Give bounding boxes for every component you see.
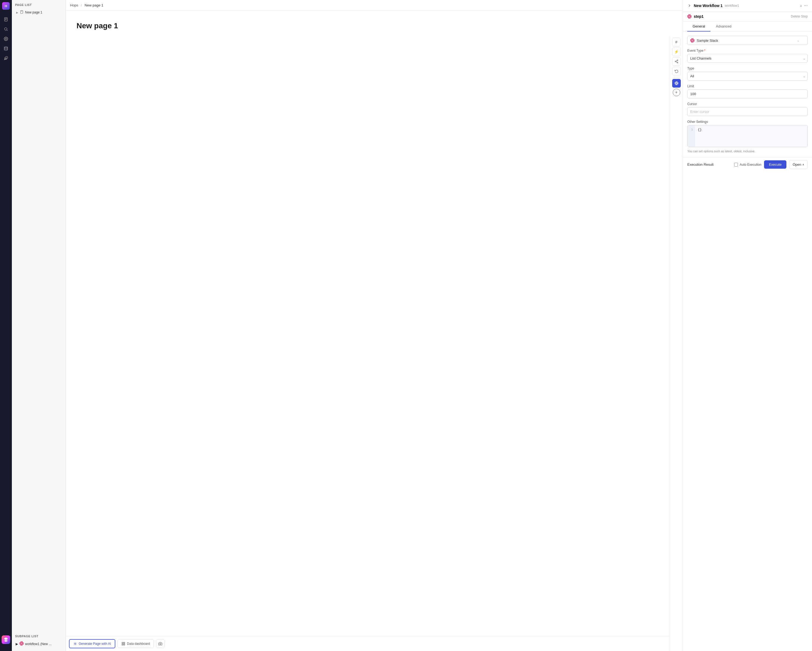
right-panel-header: New Workflow 1 workflow1 » ···	[683, 0, 812, 12]
connection-value: Sample Slack	[697, 38, 795, 43]
page-title[interactable]: New page 1	[76, 21, 672, 30]
svg-rect-18	[122, 642, 123, 643]
data-dashboard-label: Data dashboard	[127, 642, 150, 646]
event-type-select-wrapper: List Channels List Messages Send Message…	[687, 54, 808, 63]
panel-actions: » ···	[800, 3, 808, 8]
sidebar: H	[0, 0, 12, 651]
document-nav-icon[interactable]	[2, 15, 10, 24]
expand-panel-button[interactable]: »	[800, 4, 802, 8]
cursor-group: Cursor	[687, 102, 808, 116]
step-header: step1 Delete Step	[683, 12, 812, 21]
cursor-label: Cursor	[687, 102, 808, 106]
limit-group: Limit	[687, 84, 808, 98]
breadcrumb-separator: /	[81, 3, 82, 7]
right-panel: New Workflow 1 workflow1 » ··· step1 Del…	[683, 0, 812, 651]
page-title-area: New page 1	[66, 11, 683, 35]
generate-page-button[interactable]: Generate Page with AI	[69, 639, 115, 648]
subpage-list-header: Subpage list	[14, 634, 63, 640]
tab-bar: General Advanced	[683, 21, 812, 32]
lightning-icon[interactable]: ⚡	[672, 47, 681, 56]
required-star: *	[704, 49, 705, 52]
workflow-name: New Workflow 1	[694, 3, 723, 8]
page-list-header: Page list	[12, 0, 66, 9]
right-toolbar: # ⚡ +	[670, 35, 683, 651]
other-settings-label: Other Settings	[687, 120, 808, 124]
add-widget-button[interactable]: +	[673, 89, 680, 96]
svg-point-4	[5, 28, 7, 30]
svg-point-22	[160, 643, 161, 645]
step-title: step1	[687, 14, 704, 18]
limit-label: Limit	[687, 84, 808, 88]
svg-rect-19	[124, 642, 125, 643]
svg-point-17	[75, 643, 76, 644]
settings-nav-icon[interactable]	[2, 35, 10, 43]
other-settings-group: Other Settings 1 {} You can set options …	[687, 120, 808, 153]
event-type-group: Event Type * List Channels List Messages…	[687, 49, 808, 63]
svg-rect-20	[122, 644, 123, 645]
execution-actions: Auto Execution Execute Open ∧	[734, 160, 808, 169]
workflow-icon	[687, 3, 691, 8]
database-nav-icon[interactable]	[2, 44, 10, 53]
svg-point-13	[675, 61, 676, 62]
code-editor[interactable]: 1 {}	[687, 125, 808, 147]
subpage-list: Subpage list ▶ workflow1 (New ...	[12, 630, 66, 651]
camera-icon[interactable]	[156, 639, 165, 648]
page-list-panel: Page list ▶ New page 1 Subpage list ▶ wo…	[12, 0, 66, 651]
share-icon[interactable]	[672, 57, 681, 66]
avatar[interactable]: H	[2, 2, 10, 10]
canvas-area[interactable]: # ⚡ +	[66, 35, 683, 651]
subpage-item[interactable]: ▶ workflow1 (New ...	[14, 640, 63, 648]
code-content[interactable]: {}	[695, 125, 807, 147]
open-chevron-icon: ∧	[802, 163, 804, 166]
auto-execution-label: Auto Execution	[740, 163, 762, 167]
plugin-nav-icon[interactable]	[2, 54, 10, 63]
svg-point-14	[677, 62, 678, 63]
step-name: step1	[694, 14, 704, 18]
execute-button[interactable]: Execute	[764, 160, 786, 169]
subpage-slack-icon	[20, 641, 24, 646]
main-content-area: Hops / New page 1 New page 1 # ⚡ +	[66, 0, 683, 651]
tab-general[interactable]: General	[687, 21, 710, 32]
workflow-title: New Workflow 1 workflow1	[687, 3, 739, 8]
connection-slack-icon	[690, 38, 694, 43]
page-list-item[interactable]: ▶ New page 1	[14, 9, 64, 16]
breadcrumb-parent[interactable]: Hops	[70, 3, 78, 7]
type-select-wrapper: All Public Private ⌄	[687, 72, 808, 81]
cursor-input[interactable]	[687, 107, 808, 116]
data-dashboard-button[interactable]: Data dashboard	[118, 639, 154, 648]
svg-rect-21	[124, 644, 125, 645]
type-label: Type	[687, 67, 808, 70]
svg-rect-10	[20, 11, 23, 14]
more-options-button[interactable]: ···	[804, 3, 808, 8]
search-nav-icon[interactable]	[2, 25, 10, 34]
svg-point-6	[5, 38, 6, 39]
tab-advanced[interactable]: Advanced	[710, 21, 737, 32]
page-list-item-label: New page 1	[25, 11, 42, 14]
svg-point-7	[4, 47, 8, 48]
hint-text: You can set options such as latest, olde…	[687, 150, 808, 153]
history-icon[interactable]	[672, 67, 681, 75]
event-type-select[interactable]: List Channels List Messages Send Message	[687, 54, 808, 63]
panel-body: Sample Slack ⌄ Event Type * List Channel…	[683, 32, 812, 157]
execution-result-label: Execution Result	[687, 162, 714, 167]
app-logo	[2, 636, 10, 644]
svg-point-12	[677, 60, 678, 61]
svg-line-16	[676, 61, 677, 61]
type-group: Type All Public Private ⌄	[687, 67, 808, 81]
workflow-id: workflow1	[725, 4, 739, 8]
step-slack-icon	[687, 14, 691, 18]
open-button[interactable]: Open ∧	[789, 160, 808, 169]
auto-execution-group: Auto Execution	[734, 163, 762, 167]
svg-line-15	[676, 62, 677, 62]
type-select[interactable]: All Public Private	[687, 72, 808, 81]
bottom-bar: Generate Page with AI Data dashboard	[66, 636, 670, 651]
hashtag-icon[interactable]: #	[672, 38, 681, 46]
subpage-item-label: workflow1 (New ...	[25, 642, 52, 646]
auto-execution-checkbox[interactable]	[734, 163, 738, 167]
connection-select[interactable]: Sample Slack ⌄	[687, 36, 808, 45]
limit-input[interactable]	[687, 89, 808, 98]
slack-workflow-icon[interactable]	[672, 79, 681, 87]
chevron-right-icon: ▶	[16, 11, 18, 14]
line-numbers: 1	[688, 125, 695, 147]
delete-step-button[interactable]: Delete Step	[791, 15, 808, 18]
